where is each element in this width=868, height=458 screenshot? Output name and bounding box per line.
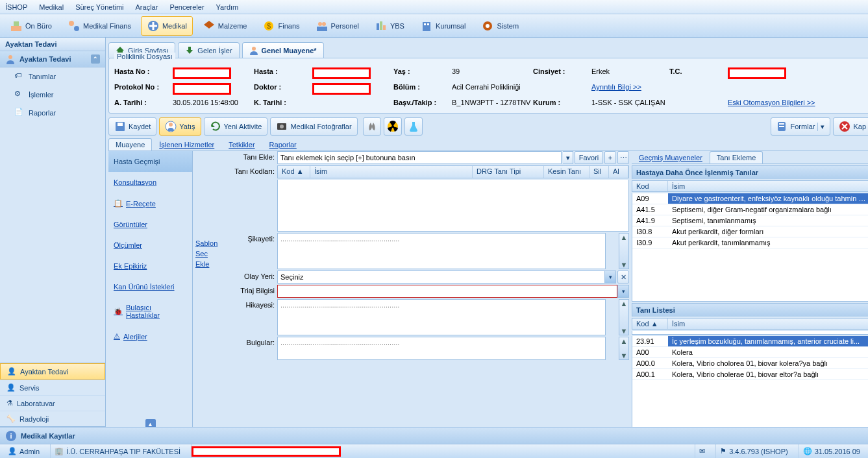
collapse-icon[interactable]: ⌃ bbox=[91, 54, 100, 64]
more-tani-button[interactable]: ⋯ bbox=[617, 151, 629, 164]
grid-col-Kod[interactable]: Kod ▲ bbox=[278, 166, 310, 178]
sikayeti-input[interactable]: ........................................… bbox=[277, 233, 606, 269]
menu-araclar[interactable]: Araçlar bbox=[136, 3, 158, 11]
tani-ekle-input[interactable] bbox=[277, 151, 562, 164]
grid-col-Al[interactable]: Al bbox=[609, 166, 628, 178]
diag-row[interactable]: I30.8Akut perikardit, diğer formları bbox=[632, 226, 868, 237]
leftbottom-person[interactable]: 👤Ayaktan Tedavi bbox=[0, 363, 105, 380]
triaj-dd-icon[interactable]: ▾ bbox=[617, 285, 629, 298]
scroll-indicator-2[interactable]: ▲▼ bbox=[619, 299, 629, 335]
hikayesi-input[interactable]: ........................................… bbox=[277, 299, 606, 335]
sidemenu-ek-epikiriz[interactable]: Ek Epikiriz bbox=[108, 256, 192, 276]
leftbottom-person2[interactable]: 👤Servis bbox=[0, 380, 105, 395]
diag-row[interactable]: A00.0Kolera, Vibrio cholorea 01, biovar … bbox=[632, 358, 868, 369]
grid-col-İsim[interactable]: İsim bbox=[310, 166, 473, 178]
toolbar-ybs[interactable]: YBS bbox=[369, 16, 410, 36]
menu-surec[interactable]: Süreç Yönetimi bbox=[75, 3, 123, 11]
info-link[interactable]: Ayrıntılı Bilgi >> bbox=[591, 83, 641, 95]
action-info[interactable]: Yatış bbox=[159, 117, 201, 136]
col-kod-2[interactable]: Kod ▲ bbox=[632, 319, 668, 329]
round-flask2[interactable] bbox=[404, 117, 423, 136]
olay-dd-icon[interactable]: ▾ bbox=[604, 271, 616, 283]
nav-raporlar[interactable]: 📄Raporlar bbox=[0, 104, 105, 122]
maintab-person[interactable]: Genel Muayene* bbox=[242, 42, 324, 58]
sablon-ekle[interactable]: Ekle bbox=[195, 260, 221, 268]
leftbottom-flask[interactable]: ⚗Laboratuvar bbox=[0, 395, 105, 411]
kapat-button[interactable]: Kap bbox=[833, 117, 868, 136]
add-tani-button[interactable]: + bbox=[604, 151, 616, 164]
triaj-select[interactable] bbox=[277, 285, 617, 298]
menu-medikal[interactable]: Medikal bbox=[39, 3, 64, 11]
subtab-İşlenen Hizmetler[interactable]: İşlenen Hizmetler bbox=[152, 138, 221, 151]
sidemenu-bulaşıcı-hastalıklar[interactable]: 🐞Bulaşıcı Hastalıklar bbox=[108, 297, 192, 326]
toolbar-finans[interactable]: $Finans bbox=[256, 16, 305, 36]
menu-yardim[interactable]: Yardım bbox=[216, 3, 239, 11]
diag-row[interactable]: A41.9Septisemi, tanımlanmamış bbox=[632, 215, 868, 226]
olay-yeri-select[interactable] bbox=[277, 271, 604, 283]
round-radiation[interactable] bbox=[384, 117, 402, 136]
status-admin[interactable]: 👤 Admin bbox=[4, 444, 43, 458]
nav-tanımlar[interactable]: 🏷Tanımlar bbox=[0, 67, 105, 86]
scroll-indicator-3[interactable]: ▲▼ bbox=[619, 337, 629, 360]
col-isim[interactable]: İsim bbox=[668, 181, 868, 191]
rtab-Tanı-Ekleme[interactable]: Tanı Ekleme bbox=[710, 151, 763, 163]
menu-pencereler[interactable]: Pencereler bbox=[169, 3, 204, 11]
sablon-link[interactable]: Şablon bbox=[195, 239, 221, 247]
maintab-down[interactable]: Gelen İşler bbox=[178, 42, 239, 58]
sidemenu-görüntüler[interactable]: Görüntüler bbox=[108, 214, 192, 235]
person-icon bbox=[249, 46, 258, 55]
sidemenu-konsultasyon[interactable]: Konsultasyon bbox=[108, 172, 192, 193]
subtab-Tetkikler[interactable]: Tetkikler bbox=[221, 138, 262, 151]
subtab-Muayene[interactable]: Muayene bbox=[108, 138, 152, 151]
sidemenu-alerjiler[interactable]: ⚠Alerjiler bbox=[108, 326, 192, 347]
grid-col-DRG Tanı Tipi[interactable]: DRG Tanı Tipi bbox=[473, 166, 544, 178]
formlar-button[interactable]: Formlar ▾ bbox=[771, 117, 831, 136]
medikal-kayitlar-bar[interactable]: i Medikal Kayıtlar bbox=[0, 427, 868, 444]
action-refresh[interactable]: Yeni Aktivite bbox=[204, 117, 268, 136]
grid-col-Kesin Tanı[interactable]: Kesin Tanı bbox=[544, 166, 589, 178]
status-org[interactable]: 🏢 İ.Ü. CERRAHPAŞA TIP FAKÜLTESİ bbox=[50, 444, 184, 458]
sidemenu-e-reçete[interactable]: 📋E-Reçete bbox=[108, 193, 192, 214]
action-save[interactable]: Kaydet bbox=[108, 117, 156, 136]
diag-row[interactable]: A41.5Septisemi, diğer Gram-negatif organ… bbox=[632, 204, 868, 215]
sidemenu-ölçümler[interactable]: Ölçümler bbox=[108, 235, 192, 256]
toolbar-sistem[interactable]: Sistem bbox=[475, 16, 525, 36]
bulgular-input[interactable]: ........................................… bbox=[277, 337, 606, 360]
diag-row[interactable]: I30.9Akut perikardit, tanımlanmamış bbox=[632, 237, 868, 248]
tani-dropdown-icon[interactable]: ▾ bbox=[563, 151, 573, 164]
toolbar-medikal[interactable]: Medikal bbox=[141, 16, 193, 36]
info-link[interactable]: Eski Otomasyon Bilgileri >> bbox=[728, 99, 815, 106]
col-kod[interactable]: Kod bbox=[632, 181, 668, 191]
prev-diag-grid[interactable]: A09Diyare ve gastroenterit, enfeksiyöz k… bbox=[632, 193, 868, 302]
nav-i̇şlemler[interactable]: ⚙İşlemler bbox=[0, 86, 105, 104]
round-lungs[interactable] bbox=[363, 117, 381, 136]
dropdown-icon[interactable]: ▾ bbox=[817, 123, 825, 131]
col-isim-2[interactable]: İsim bbox=[668, 319, 868, 329]
photo-icon bbox=[276, 121, 288, 132]
diag-row[interactable]: 23.91İç yerleşim bozukluğu, tanımlanmamı… bbox=[632, 336, 868, 347]
grid-col-Sil[interactable]: Sil bbox=[589, 166, 609, 178]
tani-grid-body[interactable] bbox=[277, 180, 629, 232]
status-mail[interactable]: ✉ bbox=[695, 444, 709, 458]
leftbottom-xray[interactable]: 🦴Radyoloji bbox=[0, 411, 105, 426]
menu-ishop[interactable]: İSHOP bbox=[5, 3, 27, 11]
diag-row[interactable]: A00Kolera bbox=[632, 347, 868, 358]
sidemenu-hasta-geçmişi[interactable]: Hasta Geçmişi bbox=[108, 151, 192, 172]
diag-row[interactable]: A00.1Kolera, Vibrio cholerae 01, biovar … bbox=[632, 369, 868, 380]
favori-button[interactable]: Favori bbox=[575, 151, 603, 164]
rtab-Geçmiş-Muayeneler[interactable]: Geçmiş Muayeneler bbox=[632, 151, 710, 163]
toolbar-kurumsal[interactable]: Kurumsal bbox=[414, 16, 471, 36]
toolbar-malzeme[interactable]: Malzeme bbox=[197, 16, 253, 36]
diag-row[interactable]: A09Diyare ve gastroenterit, enfeksiyöz k… bbox=[632, 193, 868, 204]
sablon-sec[interactable]: Sec bbox=[195, 250, 221, 258]
subtab-Raporlar[interactable]: Raporlar bbox=[262, 138, 304, 151]
action-photo[interactable]: Medikal Fotoğraflar bbox=[270, 117, 357, 136]
sidemenu-kan-ürünü-i̇stekleri[interactable]: Kan Ürünü İstekleri bbox=[108, 276, 192, 297]
scroll-indicator[interactable]: ▲▼ bbox=[619, 233, 629, 269]
left-panel-subtitle[interactable]: Ayaktan Tedavi ⌃ bbox=[0, 51, 105, 67]
olay-clear-button[interactable]: ✕ bbox=[617, 271, 629, 283]
hikayesi-label: Hikayesi: bbox=[224, 299, 275, 309]
toolbar-medfin[interactable]: Medikal Finans bbox=[62, 16, 137, 36]
toolbar-personel[interactable]: Personel bbox=[310, 16, 365, 36]
toolbar-onburo[interactable]: Ön Büro bbox=[4, 16, 58, 36]
